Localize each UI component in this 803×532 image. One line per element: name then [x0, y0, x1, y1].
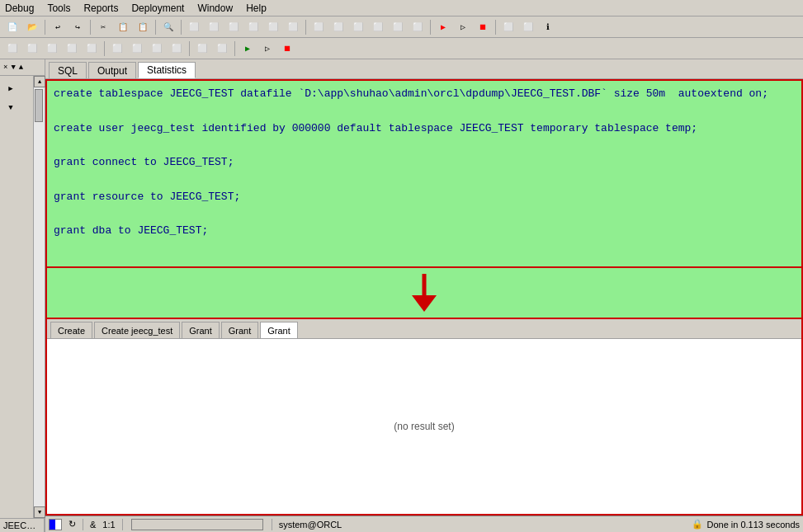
tb-btn-m[interactable]: ▶ [434, 18, 452, 36]
left-scrollbar[interactable]: ▲ ▼ [33, 76, 45, 518]
left-panel: × ▼ ▲ ▶ ▼ ▲ ▼ JEECG_TES [0, 59, 45, 532]
menu-debug[interactable]: Debug [3, 2, 35, 14]
menu-reports[interactable]: Reports [82, 2, 120, 14]
tb2-btn-e[interactable]: ⬜ [83, 40, 101, 58]
menu-deployment[interactable]: Deployment [130, 2, 186, 14]
tb-sep-6 [430, 20, 431, 35]
tb-btn-d[interactable]: ⬜ [244, 18, 262, 36]
sql-line-5: grant connect to JEECG_TEST; [54, 154, 795, 172]
tb-btn-h[interactable]: ⬜ [329, 18, 347, 36]
stop-btn[interactable]: ⏹ [278, 40, 296, 58]
left-icon-1[interactable]: ▶ [2, 79, 20, 97]
left-scroll-thumb[interactable] [35, 89, 43, 122]
tab-statistics[interactable]: Statistics [138, 62, 196, 78]
result-tab-grant-2[interactable]: Grant [221, 322, 259, 338]
tb-sep-3 [155, 20, 156, 35]
left-close-icon[interactable]: × [3, 64, 7, 72]
tb2-btn-c[interactable]: ⬜ [43, 40, 61, 58]
result-tab-grant-1[interactable]: Grant [182, 322, 220, 338]
status-right: 🔒 Done in 0.113 seconds [692, 519, 800, 530]
left-scroll-up[interactable]: ▲ [34, 76, 45, 87]
toolbar-row-1: 📄 📂 ↩ ↪ ✂ 📋 📋 🔍 ⬜ ⬜ ⬜ ⬜ ⬜ ⬜ ⬜ ⬜ ⬜ ⬜ ⬜ ⬜ … [0, 16, 803, 38]
tb2-btn-f[interactable]: ⬜ [108, 40, 126, 58]
run-btn[interactable]: ▶ [239, 40, 257, 58]
left-up-icon[interactable]: ▲ [19, 64, 23, 72]
tb-sep-2 [90, 20, 91, 35]
sql-line-1: create tablespace JEECG_TEST datafile `D… [54, 86, 795, 103]
right-content: SQL Output Statistics create tablespace … [45, 59, 803, 532]
sql-line-4 [54, 137, 795, 154]
sql-line-3: create user jeecg_test identified by 000… [54, 120, 795, 138]
tb2-btn-d[interactable]: ⬜ [63, 40, 81, 58]
cut-btn[interactable]: ✂ [94, 18, 112, 36]
result-tab-grant-3[interactable]: Grant [260, 322, 298, 338]
undo-btn[interactable]: ↩ [49, 18, 67, 36]
tb2-btn-g[interactable]: ⬜ [128, 40, 146, 58]
menu-window[interactable]: Window [196, 2, 234, 14]
search-btn[interactable]: 🔍 [159, 18, 177, 36]
tb-btn-n[interactable]: ▷ [454, 18, 472, 36]
toolbar-row-2: ⬜ ⬜ ⬜ ⬜ ⬜ ⬜ ⬜ ⬜ ⬜ ⬜ ⬜ ▶ ▷ ⏹ [0, 38, 803, 59]
refresh-icon[interactable]: ↻ [68, 519, 76, 530]
info-btn[interactable]: ℹ [539, 18, 557, 36]
left-scroll-down[interactable]: ▼ [34, 506, 45, 518]
result-tab-create[interactable]: Create [50, 322, 92, 338]
no-result-text: (no result set) [394, 421, 454, 432]
tb2-sep-2 [189, 41, 190, 56]
tb-sep-1 [45, 20, 45, 35]
new-btn[interactable]: 📄 [3, 18, 21, 36]
status-sep-3 [272, 519, 272, 530]
tb-sep-5 [305, 20, 306, 35]
tb-btn-b[interactable]: ⬜ [205, 18, 223, 36]
tb-btn-e[interactable]: ⬜ [264, 18, 282, 36]
tb-btn-q[interactable]: ⬜ [519, 18, 537, 36]
open-btn[interactable]: 📂 [23, 18, 41, 36]
tb-btn-p[interactable]: ⬜ [499, 18, 517, 36]
tb2-btn-h[interactable]: ⬜ [148, 40, 166, 58]
left-down-icon[interactable]: ▼ [11, 64, 15, 72]
tab-output[interactable]: Output [88, 62, 136, 78]
status-icon [49, 519, 62, 530]
results-content: (no result set) [47, 339, 801, 514]
tb-btn-o[interactable]: ⏹ [474, 18, 492, 36]
left-tree-area: ▶ ▼ ▲ ▼ [0, 76, 45, 518]
results-panel: Create Create jeecg_test Grant Grant Gra… [45, 318, 803, 516]
menu-tools[interactable]: Tools [45, 2, 72, 14]
tb-btn-g[interactable]: ⬜ [309, 18, 328, 36]
tb2-btn-b[interactable]: ⬜ [23, 40, 41, 58]
tb-btn-a[interactable]: ⬜ [185, 18, 203, 36]
tb-btn-f[interactable]: ⬜ [284, 18, 302, 36]
left-bottom-label: JEECG_TES [0, 518, 45, 532]
sql-line-8 [54, 206, 795, 224]
tb2-btn-j[interactable]: ⬜ [193, 40, 211, 58]
step-btn[interactable]: ▷ [258, 40, 276, 58]
menu-help[interactable]: Help [244, 2, 268, 14]
result-tab-create-jeecg[interactable]: Create jeecg_test [94, 322, 180, 338]
tb-btn-c[interactable]: ⬜ [224, 18, 243, 36]
copy-btn[interactable]: 📋 [114, 18, 132, 36]
left-icon-2[interactable]: ▼ [2, 99, 20, 117]
tb2-sep-3 [234, 41, 235, 56]
svg-marker-1 [412, 295, 437, 312]
tb-btn-j[interactable]: ⬜ [369, 18, 387, 36]
sql-editor[interactable]: create tablespace JEECG_TEST datafile `D… [45, 79, 803, 268]
tb2-btn-k[interactable]: ⬜ [213, 40, 231, 58]
editor-tab-bar: SQL Output Statistics [45, 59, 803, 79]
progress-bar [131, 519, 263, 530]
arrow-area [45, 268, 803, 318]
left-panel-top: × ▼ ▲ [0, 59, 45, 76]
tb-btn-k[interactable]: ⬜ [389, 18, 407, 36]
redo-btn[interactable]: ↪ [68, 18, 87, 36]
tb2-btn-i[interactable]: ⬜ [168, 40, 186, 58]
paste-btn[interactable]: 📋 [134, 18, 152, 36]
status-ampersand: & [90, 520, 96, 530]
results-tab-bar: Create Create jeecg_test Grant Grant Gra… [47, 319, 801, 339]
main-layout: × ▼ ▲ ▶ ▼ ▲ ▼ JEECG_TES SQL Output Stati… [0, 59, 803, 532]
tab-sql[interactable]: SQL [49, 62, 87, 78]
tb-btn-l[interactable]: ⬜ [409, 18, 427, 36]
down-arrow-icon [408, 272, 441, 313]
menubar: Debug Tools Reports Deployment Window He… [0, 0, 803, 16]
tb2-btn-a[interactable]: ⬜ [3, 40, 21, 58]
tb-btn-i[interactable]: ⬜ [349, 18, 367, 36]
sql-line-2 [54, 103, 795, 120]
